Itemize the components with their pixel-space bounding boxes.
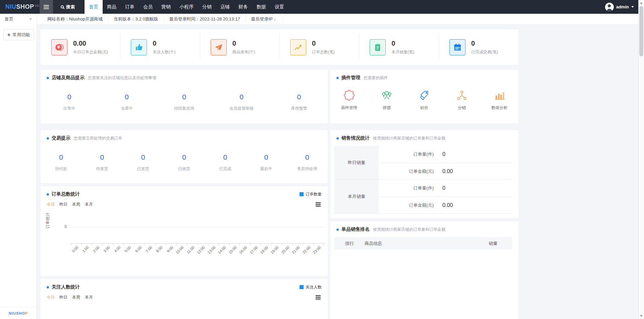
stat-card-2[interactable]: 0 商品发布(个) xyxy=(200,30,279,65)
period-tab-2[interactable]: 本周 xyxy=(72,202,80,207)
period-tab-2[interactable]: 本周 xyxy=(72,295,80,300)
bullet-dot-icon xyxy=(336,228,339,231)
tip-value: 0 xyxy=(82,153,122,161)
stat-card-0[interactable]: ¥ 0.00 今日订单总金额(元) xyxy=(41,30,120,65)
plugin-item-1[interactable]: 拼团 xyxy=(368,88,406,111)
stat-card-3[interactable]: 0 订单总数(笔) xyxy=(279,30,359,65)
chart-legend: 关注人数 xyxy=(300,284,322,290)
panel-shop-tips: 店铺及商品提示 您需要关注的店铺信息以及待处理事项 0 出售中 0 仓库中 0 … xyxy=(41,70,328,123)
nav-item-8[interactable]: 财务 xyxy=(234,0,252,14)
nav-item-4[interactable]: 营销 xyxy=(157,0,175,14)
panel-product-rank: 单品销售排名 按周期统计商家店铺的订单量和订单金额 排行 商品信息 销量 xyxy=(330,221,518,319)
sales-group-1: 本月销量 订单量(件) 0 订单金额(元) 0.00 xyxy=(334,180,512,214)
tip-item-6[interactable]: 0 售后待处理 xyxy=(287,153,328,172)
stat-info: 0 本月销量(笔) xyxy=(391,40,414,55)
period-tab-1[interactable]: 昨日 xyxy=(59,202,67,207)
nav-item-2[interactable]: 订单 xyxy=(121,0,139,14)
bullet-dot-icon xyxy=(336,137,339,140)
panel-title: 销售情况统计 xyxy=(341,135,370,141)
info-segment-3: 最后登录IP： xyxy=(246,16,282,22)
tip-item-1[interactable]: 0 仓库中 xyxy=(98,93,155,111)
x-axis-tick xyxy=(261,244,261,245)
sidebar-module-label: 首页 xyxy=(5,16,13,22)
nav-item-10[interactable]: 设置 xyxy=(270,0,288,14)
stat-info: 0.00 今日订单总金额(元) xyxy=(73,40,108,55)
tip-item-0[interactable]: 0 待付款 xyxy=(41,153,82,172)
x-axis-tick xyxy=(145,244,145,245)
scrollbar-thumb[interactable] xyxy=(639,6,643,56)
scroll-up-icon[interactable] xyxy=(640,2,643,4)
menu-toggle-button[interactable] xyxy=(40,0,53,14)
tip-value: 0 xyxy=(164,153,205,161)
plugin-item-3[interactable]: 分销 xyxy=(443,88,481,111)
nav-item-1[interactable]: 商品 xyxy=(103,0,121,14)
x-axis-label: 10:00 xyxy=(172,245,184,258)
sidebar-module-select[interactable]: 首页 xyxy=(0,14,37,24)
y-axis-tick: 0 xyxy=(57,224,67,229)
x-axis-tick xyxy=(250,244,251,245)
plugin-item-0[interactable]: 插件管理 xyxy=(330,88,368,111)
tip-item-0[interactable]: 0 出售中 xyxy=(41,93,98,111)
period-tab-1[interactable]: 昨日 xyxy=(59,295,67,300)
nav-item-9[interactable]: 数据 xyxy=(252,0,270,14)
plugin-item-4[interactable]: 数据分析 xyxy=(481,88,518,111)
x-axis-tick xyxy=(239,244,240,245)
sales-row-value: 0.00 xyxy=(442,168,453,174)
x-axis-label: 5:00 xyxy=(119,245,131,258)
x-axis-label: 19:00 xyxy=(267,245,279,258)
period-tab-0[interactable]: 今日 xyxy=(47,202,55,207)
tip-item-1[interactable]: 0 待发货 xyxy=(82,153,122,172)
stat-card-4[interactable]: 0 本月销量(笔) xyxy=(359,30,438,65)
tip-label: 会员提现审核 xyxy=(213,106,270,111)
panel-subtitle: 您需要关注的店铺信息以及待处理事项 xyxy=(88,75,156,81)
rank-col-product: 商品信息 xyxy=(365,241,489,247)
x-axis-label: 22:00 xyxy=(298,245,311,258)
tip-label: 库存预警 xyxy=(270,106,328,111)
x-axis-tick xyxy=(166,244,166,245)
trade-tip-stats: 0 待付款 0 待发货 0 已发货 0 已收货 0 已完成 0 退款中 0 售后… xyxy=(41,141,328,172)
scroll-down-icon[interactable] xyxy=(640,315,643,317)
period-tab-3[interactable]: 本月 xyxy=(85,295,93,300)
tip-item-3[interactable]: 0 已收货 xyxy=(164,153,205,172)
x-axis-tick xyxy=(314,244,314,245)
vertical-scrollbar[interactable] xyxy=(638,0,644,319)
chart-menu-icon[interactable] xyxy=(315,294,322,301)
add-quick-function-button[interactable]: + 常用功能 xyxy=(3,29,34,40)
tip-item-4[interactable]: 0 已完成 xyxy=(205,153,246,172)
search-button[interactable]: 搜索 xyxy=(53,0,83,14)
nav-item-6[interactable]: 分销 xyxy=(198,0,216,14)
main-area: 网站名称：Niushop开源商城当前版本：3.2.0旗舰版最后登录时间：2022… xyxy=(37,14,644,319)
stat-info: 0 商品发布(个) xyxy=(232,40,255,55)
x-axis-label: 3:00 xyxy=(98,245,110,258)
price-tag-icon xyxy=(406,88,443,101)
tip-label: 已收货 xyxy=(164,166,205,172)
panel-title: 订单总数统计 xyxy=(52,191,80,197)
top-navbar: NIUSHOPV3.0 搜索 首页商品订单会员营销小程序分销店铺财务数据设置 a… xyxy=(0,0,644,14)
stat-card-5[interactable]: 0 已完成交易(笔) xyxy=(439,30,518,65)
tip-item-3[interactable]: 0 会员提现审核 xyxy=(213,93,270,111)
chart-tab-row: 今日昨日本周本月 xyxy=(41,197,328,208)
nav-item-3[interactable]: 会员 xyxy=(139,0,157,14)
panel-header: 关注人数统计 关注人数 xyxy=(41,279,328,290)
tip-item-2[interactable]: 0 已发货 xyxy=(123,153,164,172)
x-axis-tick xyxy=(123,244,124,245)
period-tab-3[interactable]: 本月 xyxy=(85,202,93,207)
period-tab-0[interactable]: 今日 xyxy=(47,295,55,300)
nav-item-7[interactable]: 店铺 xyxy=(216,0,234,14)
tip-label: 售后待处理 xyxy=(287,166,328,172)
nav-item-0[interactable]: 首页 xyxy=(85,0,103,14)
panel-header: 插件管理 您需要的插件 xyxy=(330,70,518,81)
x-axis-tick xyxy=(102,244,103,245)
tip-item-5[interactable]: 0 退款中 xyxy=(246,153,286,172)
rank-col-sales: 销量 xyxy=(489,241,512,247)
stat-info: 0 订单总数(笔) xyxy=(312,40,335,55)
sales-group-0: 昨日销量 订单量(件) 0 订单金额(元) 0.00 xyxy=(334,146,512,180)
stat-card-1[interactable]: 0 关注人数(个) xyxy=(120,30,200,65)
stat-label: 订单总数(笔) xyxy=(312,49,335,55)
nav-item-5[interactable]: 小程序 xyxy=(175,0,198,14)
tip-item-2[interactable]: 0 待回复咨询 xyxy=(155,93,213,111)
plugin-item-2[interactable]: 砍价 xyxy=(406,88,443,111)
tip-item-4[interactable]: 0 库存预警 xyxy=(270,93,328,111)
tip-label: 待发货 xyxy=(82,166,122,172)
chart-menu-icon[interactable] xyxy=(315,201,322,208)
